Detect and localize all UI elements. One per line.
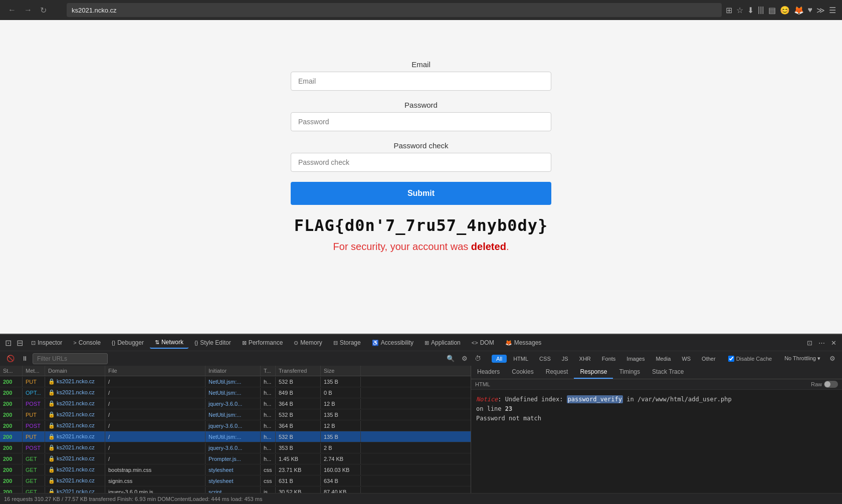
col-header-size[interactable]: Size (321, 366, 361, 376)
table-row[interactable]: 200 GET 🔒 ks2021.ncko.cz signin.css styl… (0, 475, 471, 486)
row-size: 160.03 KB (321, 465, 361, 475)
password-input[interactable] (291, 112, 551, 131)
devtools-icon-clear[interactable]: ⊡ (3, 338, 14, 348)
tab-console[interactable]: > Console (68, 337, 105, 348)
tab-timings[interactable]: Timings (613, 366, 646, 379)
col-header-file[interactable]: File (105, 366, 205, 376)
row-file: / (105, 388, 205, 398)
row-method: GET (23, 487, 45, 493)
pause-network-button[interactable]: ⏸ (19, 354, 31, 363)
row-initiator: script (205, 487, 261, 493)
disable-cache-checkbox[interactable] (728, 356, 734, 362)
reload-button[interactable]: ↻ (38, 4, 49, 17)
filter-html[interactable]: HTML (509, 355, 533, 363)
filter-fonts[interactable]: Fonts (597, 355, 620, 363)
tab-stack-trace[interactable]: Stack Trace (646, 366, 690, 379)
filter-other[interactable]: Other (697, 355, 720, 363)
tab-network[interactable]: ⇅ Network (150, 337, 188, 349)
more-options-button[interactable]: ⋯ (816, 338, 827, 348)
row-initiator: stylesheet (205, 465, 261, 475)
response-content: Notice: Undefined index: password_verify… (471, 390, 842, 493)
table-row[interactable]: 200 POST 🔒 ks2021.ncko.cz / jquery-3.6.0… (0, 420, 471, 431)
console-icon: > (73, 340, 76, 346)
form-container: Email Password Password check Submit FLA… (291, 50, 551, 253)
reader-icon[interactable]: ▤ (768, 6, 776, 15)
col-header-status[interactable]: St... (0, 366, 23, 376)
row-size: 2 B (321, 443, 361, 453)
col-header-domain[interactable]: Domain (45, 366, 105, 376)
close-devtools-button[interactable]: ✕ (828, 338, 839, 348)
more-icon[interactable]: ≫ (816, 6, 825, 15)
tab-dom[interactable]: <> DOM (467, 337, 499, 348)
security-message: For security, your account was deleted. (291, 241, 551, 253)
tab-request[interactable]: Request (540, 366, 574, 379)
options-button[interactable]: ⚙ (459, 354, 470, 363)
raw-toggle[interactable]: Raw (811, 381, 838, 388)
col-header-method[interactable]: Met... (23, 366, 45, 376)
filter-css[interactable]: CSS (535, 355, 555, 363)
tab-performance[interactable]: ⊠ Performance (237, 337, 288, 348)
row-status: 200 (0, 410, 23, 420)
tab-messages[interactable]: 🦊 Messages (500, 337, 547, 348)
table-row[interactable]: 200 GET 🔒 ks2021.ncko.cz / Prompter.js..… (0, 453, 471, 464)
heart-icon[interactable]: ♥ (808, 6, 813, 15)
tab-storage[interactable]: ⊟ Storage (328, 337, 366, 348)
clear-network-button[interactable]: 🚫 (4, 354, 17, 363)
table-row[interactable]: 200 POST 🔒 ks2021.ncko.cz / jquery-3.6.0… (0, 442, 471, 453)
table-row[interactable]: 200 PUT 🔒 ks2021.ncko.cz / NetUtil.jsm:.… (0, 431, 471, 442)
emoji-icon[interactable]: 😊 (780, 6, 790, 15)
disable-cache-label[interactable]: Disable Cache (728, 356, 772, 362)
filter-ws[interactable]: WS (677, 355, 695, 363)
filter-media[interactable]: Media (651, 355, 675, 363)
tab-inspector[interactable]: ⊡ Inspector (26, 337, 67, 348)
menu-icon[interactable]: ☰ (829, 6, 836, 15)
table-row[interactable]: 200 GET 🔒 ks2021.ncko.cz jquery-3.6.0.mi… (0, 486, 471, 493)
tab-memory[interactable]: ⊙ Memory (289, 337, 327, 348)
password-check-input[interactable] (291, 153, 551, 172)
search-button[interactable]: 🔍 (444, 354, 457, 363)
filter-xhr[interactable]: XHR (575, 355, 595, 363)
throttling-button[interactable]: No Throttling ▾ (780, 354, 825, 363)
table-row[interactable]: 200 PUT 🔒 ks2021.ncko.cz / NetUtil.jsm:.… (0, 409, 471, 420)
row-method: PUT (23, 432, 45, 442)
row-domain: 🔒 ks2021.ncko.cz (45, 398, 105, 409)
table-row[interactable]: 200 OPT... 🔒 ks2021.ncko.cz / NetUtil.js… (0, 387, 471, 398)
persist-button[interactable]: ⏱ (472, 354, 484, 363)
tab-headers[interactable]: Headers (471, 366, 506, 379)
tab-application[interactable]: ⊞ Application (419, 337, 466, 348)
table-row[interactable]: 200 GET 🔒 ks2021.ncko.cz bootstrap.min.c… (0, 464, 471, 475)
download-icon[interactable]: ⬇ (747, 6, 754, 15)
settings-button[interactable]: ⚙ (827, 354, 838, 363)
network-table-header: St... Met... Domain File Initiator T... … (0, 366, 471, 376)
row-status: 200 (0, 476, 23, 486)
firefox-icon[interactable]: 🦊 (794, 6, 804, 15)
raw-switch[interactable] (824, 381, 838, 388)
tab-style-editor[interactable]: {} Style Editor (189, 337, 236, 348)
password-check-label: Password check (291, 141, 551, 150)
filter-js[interactable]: JS (557, 355, 573, 363)
col-header-type[interactable]: T... (261, 366, 276, 376)
row-domain: 🔒 ks2021.ncko.cz (45, 431, 105, 442)
email-input[interactable] (291, 72, 551, 91)
tab-response[interactable]: Response (574, 366, 613, 379)
star-icon[interactable]: ☆ (736, 6, 743, 15)
dock-button[interactable]: ⊡ (804, 338, 815, 348)
filter-urls-input[interactable] (33, 353, 108, 364)
library-icon[interactable]: ||| (758, 6, 764, 15)
forward-button[interactable]: → (22, 4, 34, 17)
bookmarks-icon[interactable]: ⊞ (726, 6, 732, 15)
col-header-initiator[interactable]: Initiator (205, 366, 261, 376)
tab-debugger[interactable]: {} Debugger (107, 337, 149, 348)
tab-accessibility[interactable]: ♿ Accessibility (367, 337, 418, 348)
submit-button[interactable]: Submit (291, 182, 551, 205)
filter-images[interactable]: Images (622, 355, 649, 363)
tab-cookies[interactable]: Cookies (506, 366, 539, 379)
address-bar[interactable] (67, 3, 722, 17)
devtools-icon-clear2[interactable]: ⊟ (15, 338, 25, 348)
statusbar-text: 16 requests 310.27 KB / 77.57 KB transfe… (4, 496, 262, 502)
filter-all[interactable]: All (492, 355, 507, 363)
col-header-transferred[interactable]: Transferred (276, 366, 321, 376)
table-row[interactable]: 200 POST 🔒 ks2021.ncko.cz / jquery-3.6.0… (0, 398, 471, 409)
back-button[interactable]: ← (6, 4, 18, 17)
table-row[interactable]: 200 PUT 🔒 ks2021.ncko.cz / NetUtil.jsm:.… (0, 376, 471, 387)
